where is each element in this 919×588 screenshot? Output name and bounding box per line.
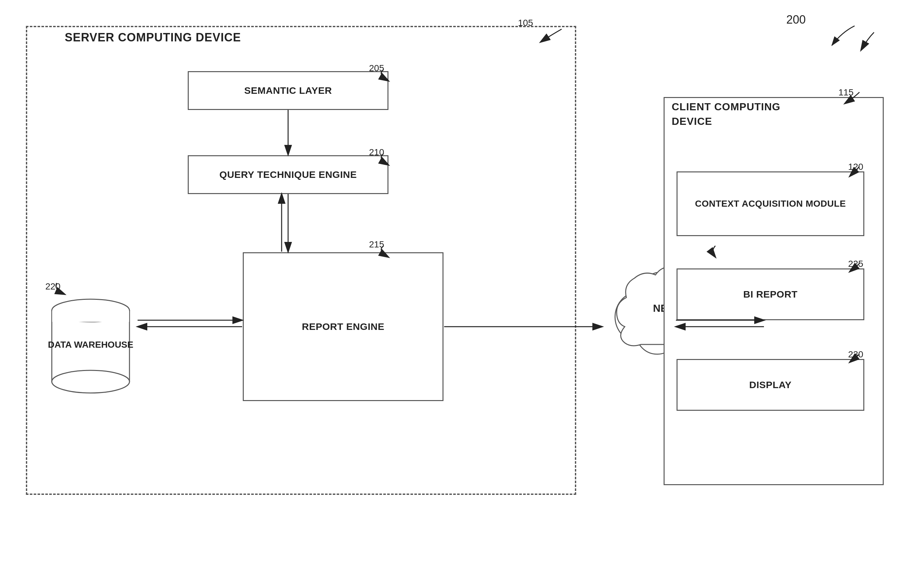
ref-220: 220 bbox=[45, 281, 60, 292]
context-acquisition-module-box: CONTEXT ACQUISITION MODULE bbox=[677, 171, 864, 236]
ref-205: 205 bbox=[369, 63, 384, 73]
ref-115: 115 bbox=[838, 87, 854, 98]
svg-point-5 bbox=[52, 370, 130, 393]
ref-120: 120 bbox=[848, 162, 863, 172]
query-technique-engine-box: QUERY TECHNIQUE ENGINE bbox=[188, 155, 389, 194]
report-engine-box: REPORT ENGINE bbox=[243, 252, 444, 401]
data-warehouse-container: DATA WAREHOUSE bbox=[45, 291, 136, 396]
ref-200: 200 bbox=[786, 13, 806, 26]
diagram: 200 SERVER COMPUTING DEVICE 105 SEMANTIC… bbox=[0, 0, 919, 588]
ref-230: 230 bbox=[848, 349, 863, 360]
bi-report-box: BI REPORT bbox=[677, 268, 864, 320]
data-warehouse-label: DATA WAREHOUSE bbox=[45, 338, 136, 352]
ref-225: 225 bbox=[848, 259, 863, 269]
ref-105: 105 bbox=[518, 18, 533, 28]
semantic-layer-box: SEMANTIC LAYER bbox=[188, 71, 389, 110]
display-box: DISPLAY bbox=[677, 359, 864, 411]
client-computing-device-label: CLIENT COMPUTINGDEVICE bbox=[672, 100, 780, 129]
ref-215: 215 bbox=[369, 239, 384, 250]
server-computing-device-label: SERVER COMPUTING DEVICE bbox=[65, 31, 241, 44]
svg-rect-6 bbox=[52, 310, 129, 322]
arrow-ref-200 bbox=[861, 32, 874, 50]
ref-210: 210 bbox=[369, 147, 384, 158]
